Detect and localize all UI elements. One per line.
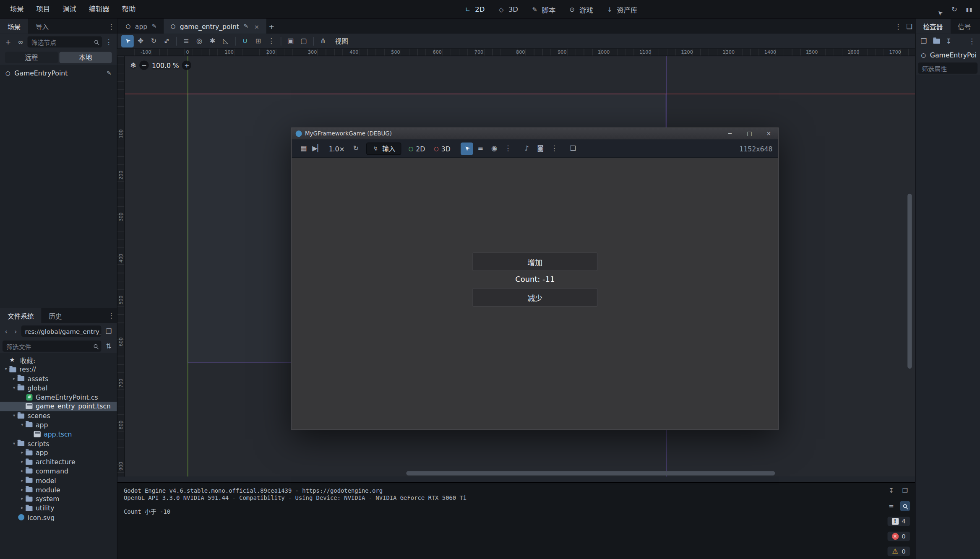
log-search-icon[interactable] [900,501,910,511]
fs-path-field[interactable]: res://global/game_entry_p [21,325,102,337]
canvas-vertical-scrollbar[interactable] [907,194,912,369]
view-menu[interactable]: 视图 [330,36,353,45]
distraction-free-icon[interactable]: ❏ [904,21,915,32]
camera-options-icon[interactable]: ⋮ [548,142,560,155]
instance-scene-icon[interactable]: ∞ [15,36,26,47]
fs-item-res[interactable]: ▾res:// [0,365,117,374]
error-count-badge[interactable]: ×0 [887,532,910,541]
tree-closed-arrow-icon[interactable]: ▸ [19,478,26,483]
tree-open-arrow-icon[interactable]: ▾ [19,422,26,427]
tab-filesystem[interactable]: 文件系统 [0,308,41,323]
embedded-game-icon[interactable]: ▦ [297,142,310,155]
close-tab-icon[interactable]: × [253,23,261,30]
fs-item-module[interactable]: ▸module [0,485,117,494]
fs-item-system[interactable]: ▸system [0,494,117,503]
game-window-titlebar[interactable]: MyGFrameworkGame (DEBUG) ─ □ × [292,128,778,139]
forward-icon[interactable]: › [12,325,19,337]
fs-item-[interactable]: ★收藏: [0,356,117,365]
tab-history[interactable]: 历史 [41,308,69,323]
camera-override-icon[interactable]: ◙ [534,142,547,155]
canvas-horizontal-scrollbar[interactable] [406,471,775,475]
tree-closed-arrow-icon[interactable]: ▸ [19,487,26,492]
lock-object-icon[interactable]: ▣ [284,35,297,47]
fs-item-utility[interactable]: ▸utility [0,503,117,512]
fs-sort-icon[interactable]: ⇅ [103,341,115,352]
select-tool[interactable]: ➤ [121,35,134,47]
tree-closed-arrow-icon[interactable]: ▸ [10,376,17,381]
scene-tab-app[interactable]: ○ app ✎ [119,19,164,34]
zoom-level[interactable]: 100.0 % [152,62,179,69]
group-object-icon[interactable]: ▢ [297,35,310,47]
game-selection-list-icon[interactable]: ≡ [474,142,487,155]
fs-item-global[interactable]: ▾global [0,383,117,393]
attached-script-icon[interactable]: ✎ [105,69,113,77]
menu-project[interactable]: 项目 [30,0,57,18]
rotate-tool[interactable]: ↻ [148,35,160,47]
warning-count-badge[interactable]: ⚠0 [887,547,910,556]
remote-button[interactable]: 远程 [5,52,58,63]
decrease-button[interactable]: 减少 [472,288,597,307]
fs-item-scripts[interactable]: ▾scripts [0,439,117,448]
tab-signals[interactable]: 信号 [950,19,978,34]
back-icon[interactable]: ‹ [3,325,10,337]
menu-debug[interactable]: 调试 [56,0,83,18]
new-resource-icon[interactable]: ❒ [918,36,930,47]
menu-editor[interactable]: 编辑器 [83,0,116,18]
script-icon[interactable]: ✎ [242,23,250,30]
debug-3d-button[interactable]: ○ 3D [430,142,454,155]
pause-icon[interactable]: ▮▮ [964,4,975,15]
tab-inspector[interactable]: 检查器 [916,19,951,34]
split-view-icon[interactable]: ❐ [103,325,115,337]
message-count-badge[interactable]: !4 [887,517,910,526]
fs-item-app[interactable]: ▸app [0,448,117,457]
workspace-assetlib[interactable]: ↓资产库 [600,0,643,19]
scene-dock-menu-icon[interactable]: ⋮ [106,21,117,32]
tab-list-menu-icon[interactable]: ⋮ [892,21,904,32]
tab-scene[interactable]: 场景 [0,19,28,34]
add-node-icon[interactable]: + [3,36,14,47]
mute-audio-icon[interactable]: ♪ [521,142,533,155]
tree-closed-arrow-icon[interactable]: ▸ [19,505,26,510]
fs-item-GameEntryPoint.cs[interactable]: #GameEntryPoint.cs [0,393,117,402]
fs-item-scenes[interactable]: ▾scenes [0,411,117,420]
minimize-icon[interactable]: ─ [722,128,738,139]
embed-fullscreen-icon[interactable]: ❏ [567,142,579,155]
close-icon[interactable]: × [761,128,777,139]
tree-closed-arrow-icon[interactable]: ▸ [19,459,26,464]
fs-item-command[interactable]: ▸command [0,466,117,476]
fs-item-assets[interactable]: ▸assets [0,374,117,383]
next-frame-icon[interactable]: ▶▏ [311,142,324,155]
fs-item-model[interactable]: ▸model [0,476,117,485]
workspace-script[interactable]: ✎脚本 [525,0,561,19]
menu-help[interactable]: 帮助 [116,0,142,18]
restart-game-icon[interactable]: ↻ [350,142,362,155]
tree-open-arrow-icon[interactable]: ▾ [10,413,17,418]
game-select-options-icon[interactable]: ⋮ [502,142,514,155]
fs-item-game_entry_point.tscn[interactable]: game_entry_point.tscn [0,402,117,411]
workspace-game[interactable]: ⊙游戏 [563,0,599,19]
skeleton-options-icon[interactable]: ⋔ [317,35,329,47]
refresh-icon[interactable]: ↻ [949,4,960,15]
move-tool[interactable]: ✥ [134,35,147,47]
zoom-out-button[interactable]: − [139,61,149,70]
scene-node-gameentrypoint[interactable]: ○ GameEntryPoint ✎ [0,68,117,79]
fs-item-app[interactable]: ▾app [0,420,117,429]
tree-open-arrow-icon[interactable]: ▾ [3,367,9,372]
input-toggle-button[interactable]: ↯ 输入 [366,142,401,155]
debug-2d-button[interactable]: ○ 2D [405,142,429,155]
smart-snap-icon[interactable]: ∪ [239,35,251,47]
maximize-icon[interactable]: □ [741,128,758,139]
new-scene-tab-icon[interactable]: + [266,21,277,32]
file-filter-input[interactable]: 筛选文件 [3,341,101,352]
pivot-tool[interactable]: ◎ [193,35,206,47]
game-visibility-icon[interactable]: ◉ [488,142,500,155]
fs-menu-icon[interactable]: ⋮ [106,310,117,321]
scene-tab-game-entry-point[interactable]: ○ game_entry_point ✎ × [164,19,266,34]
zoom-in-button[interactable]: + [182,61,191,70]
speed-label[interactable]: 1.0× [325,145,349,152]
increase-button[interactable]: 增加 [472,252,597,271]
menu-scene[interactable]: 场景 [4,0,30,18]
pointer-mode-icon[interactable]: ➤ [931,1,947,17]
snap-options-icon[interactable]: ⋮ [265,35,278,47]
tree-closed-arrow-icon[interactable]: ▸ [19,496,26,501]
